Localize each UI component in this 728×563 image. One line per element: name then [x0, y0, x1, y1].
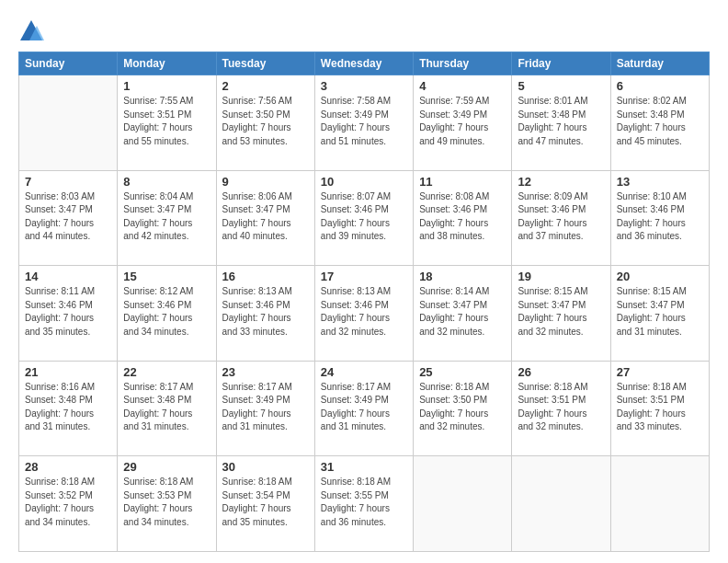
- calendar-header-tuesday: Tuesday: [216, 52, 314, 75]
- calendar-day-cell: 20Sunrise: 8:15 AM Sunset: 3:47 PM Dayli…: [610, 266, 709, 362]
- day-info: Sunrise: 8:13 AM Sunset: 3:46 PM Dayligh…: [321, 285, 407, 339]
- day-number: 31: [321, 460, 407, 474]
- day-info: Sunrise: 7:55 AM Sunset: 3:51 PM Dayligh…: [123, 95, 210, 148]
- calendar-day-cell: 6Sunrise: 8:02 AM Sunset: 3:48 PM Daylig…: [610, 75, 709, 171]
- day-number: 14: [25, 270, 111, 283]
- day-info: Sunrise: 8:17 AM Sunset: 3:48 PM Dayligh…: [123, 381, 210, 434]
- day-number: 19: [518, 270, 604, 283]
- day-number: 20: [617, 270, 703, 283]
- calendar-day-cell: 14Sunrise: 8:11 AM Sunset: 3:46 PM Dayli…: [19, 266, 118, 362]
- day-number: 5: [518, 79, 604, 93]
- calendar-day-cell: 31Sunrise: 8:18 AM Sunset: 3:55 PM Dayli…: [314, 456, 413, 552]
- day-info: Sunrise: 7:58 AM Sunset: 3:49 PM Dayligh…: [321, 95, 407, 148]
- day-number: 23: [222, 365, 309, 379]
- day-number: 2: [222, 79, 309, 93]
- day-info: Sunrise: 8:18 AM Sunset: 3:51 PM Dayligh…: [518, 381, 604, 434]
- day-info: Sunrise: 8:06 AM Sunset: 3:47 PM Dayligh…: [222, 190, 309, 244]
- day-number: 6: [617, 79, 703, 93]
- day-info: Sunrise: 8:13 AM Sunset: 3:46 PM Dayligh…: [222, 285, 309, 339]
- day-info: Sunrise: 8:01 AM Sunset: 3:48 PM Dayligh…: [518, 95, 604, 148]
- day-info: Sunrise: 8:09 AM Sunset: 3:46 PM Dayligh…: [518, 190, 604, 244]
- calendar-week-row: 21Sunrise: 8:16 AM Sunset: 3:48 PM Dayli…: [19, 361, 710, 456]
- day-number: 15: [123, 270, 210, 283]
- calendar-day-cell: 15Sunrise: 8:12 AM Sunset: 3:46 PM Dayli…: [118, 266, 216, 362]
- page: SundayMondayTuesdayWednesdayThursdayFrid…: [0, 0, 728, 563]
- calendar-day-cell: [414, 456, 512, 552]
- day-info: Sunrise: 8:14 AM Sunset: 3:47 PM Dayligh…: [419, 285, 506, 339]
- calendar-day-cell: 29Sunrise: 8:18 AM Sunset: 3:53 PM Dayli…: [118, 456, 216, 552]
- calendar-week-row: 1Sunrise: 7:55 AM Sunset: 3:51 PM Daylig…: [19, 75, 710, 171]
- logo-icon: [18, 18, 44, 44]
- day-number: 26: [518, 365, 604, 379]
- day-number: 29: [123, 460, 210, 474]
- day-number: 12: [518, 175, 604, 189]
- day-number: 16: [222, 270, 309, 283]
- day-info: Sunrise: 8:18 AM Sunset: 3:50 PM Dayligh…: [419, 381, 506, 434]
- day-number: 4: [419, 79, 506, 93]
- calendar-day-cell: 1Sunrise: 7:55 AM Sunset: 3:51 PM Daylig…: [118, 75, 216, 171]
- calendar-day-cell: 5Sunrise: 8:01 AM Sunset: 3:48 PM Daylig…: [512, 75, 610, 171]
- calendar-day-cell: 23Sunrise: 8:17 AM Sunset: 3:49 PM Dayli…: [216, 361, 314, 456]
- calendar-day-cell: 28Sunrise: 8:18 AM Sunset: 3:52 PM Dayli…: [19, 456, 118, 552]
- day-info: Sunrise: 8:18 AM Sunset: 3:53 PM Dayligh…: [123, 476, 210, 529]
- calendar-week-row: 28Sunrise: 8:18 AM Sunset: 3:52 PM Dayli…: [19, 456, 710, 552]
- day-info: Sunrise: 8:15 AM Sunset: 3:47 PM Dayligh…: [617, 285, 703, 339]
- day-info: Sunrise: 8:15 AM Sunset: 3:47 PM Dayligh…: [518, 285, 604, 339]
- day-info: Sunrise: 8:07 AM Sunset: 3:46 PM Dayligh…: [321, 190, 407, 244]
- calendar-header-thursday: Thursday: [414, 52, 512, 75]
- day-number: 10: [321, 175, 407, 189]
- calendar-day-cell: 4Sunrise: 7:59 AM Sunset: 3:49 PM Daylig…: [414, 75, 512, 171]
- day-info: Sunrise: 8:11 AM Sunset: 3:46 PM Dayligh…: [25, 285, 111, 339]
- day-info: Sunrise: 8:04 AM Sunset: 3:47 PM Dayligh…: [123, 190, 210, 244]
- day-info: Sunrise: 8:18 AM Sunset: 3:52 PM Dayligh…: [25, 476, 111, 529]
- calendar-week-row: 14Sunrise: 8:11 AM Sunset: 3:46 PM Dayli…: [19, 266, 710, 362]
- calendar-day-cell: 13Sunrise: 8:10 AM Sunset: 3:46 PM Dayli…: [610, 170, 709, 266]
- day-number: 8: [123, 175, 210, 189]
- day-number: 25: [419, 365, 506, 379]
- day-number: 13: [617, 175, 703, 189]
- calendar-header-wednesday: Wednesday: [314, 52, 413, 75]
- day-number: 22: [123, 365, 210, 379]
- calendar-day-cell: [19, 75, 118, 171]
- calendar-day-cell: 30Sunrise: 8:18 AM Sunset: 3:54 PM Dayli…: [216, 456, 314, 552]
- calendar-header-row: SundayMondayTuesdayWednesdayThursdayFrid…: [19, 52, 710, 75]
- day-info: Sunrise: 8:08 AM Sunset: 3:46 PM Dayligh…: [419, 190, 506, 244]
- calendar-day-cell: 26Sunrise: 8:18 AM Sunset: 3:51 PM Dayli…: [512, 361, 610, 456]
- calendar-day-cell: 27Sunrise: 8:18 AM Sunset: 3:51 PM Dayli…: [610, 361, 709, 456]
- day-info: Sunrise: 8:18 AM Sunset: 3:55 PM Dayligh…: [321, 476, 407, 529]
- calendar-day-cell: 7Sunrise: 8:03 AM Sunset: 3:47 PM Daylig…: [19, 170, 118, 266]
- calendar-day-cell: 24Sunrise: 8:17 AM Sunset: 3:49 PM Dayli…: [314, 361, 413, 456]
- logo: [18, 18, 48, 44]
- day-info: Sunrise: 8:10 AM Sunset: 3:46 PM Dayligh…: [617, 190, 703, 244]
- header: [18, 15, 710, 44]
- calendar-day-cell: 11Sunrise: 8:08 AM Sunset: 3:46 PM Dayli…: [414, 170, 512, 266]
- calendar-day-cell: 9Sunrise: 8:06 AM Sunset: 3:47 PM Daylig…: [216, 170, 314, 266]
- calendar-week-row: 7Sunrise: 8:03 AM Sunset: 3:47 PM Daylig…: [19, 170, 710, 266]
- calendar-day-cell: [512, 456, 610, 552]
- calendar-day-cell: 18Sunrise: 8:14 AM Sunset: 3:47 PM Dayli…: [414, 266, 512, 362]
- day-info: Sunrise: 8:12 AM Sunset: 3:46 PM Dayligh…: [123, 285, 210, 339]
- calendar-day-cell: 12Sunrise: 8:09 AM Sunset: 3:46 PM Dayli…: [512, 170, 610, 266]
- calendar-day-cell: 21Sunrise: 8:16 AM Sunset: 3:48 PM Dayli…: [19, 361, 118, 456]
- calendar-day-cell: 2Sunrise: 7:56 AM Sunset: 3:50 PM Daylig…: [216, 75, 314, 171]
- calendar-day-cell: 3Sunrise: 7:58 AM Sunset: 3:49 PM Daylig…: [314, 75, 413, 171]
- calendar-day-cell: 22Sunrise: 8:17 AM Sunset: 3:48 PM Dayli…: [118, 361, 216, 456]
- calendar-header-saturday: Saturday: [610, 52, 709, 75]
- calendar-table: SundayMondayTuesdayWednesdayThursdayFrid…: [18, 52, 710, 552]
- day-number: 11: [419, 175, 506, 189]
- day-number: 9: [222, 175, 309, 189]
- calendar-day-cell: 10Sunrise: 8:07 AM Sunset: 3:46 PM Dayli…: [314, 170, 413, 266]
- day-info: Sunrise: 7:59 AM Sunset: 3:49 PM Dayligh…: [419, 95, 506, 148]
- calendar-day-cell: 17Sunrise: 8:13 AM Sunset: 3:46 PM Dayli…: [314, 266, 413, 362]
- calendar-day-cell: 19Sunrise: 8:15 AM Sunset: 3:47 PM Dayli…: [512, 266, 610, 362]
- calendar-day-cell: 8Sunrise: 8:04 AM Sunset: 3:47 PM Daylig…: [118, 170, 216, 266]
- calendar-day-cell: 25Sunrise: 8:18 AM Sunset: 3:50 PM Dayli…: [414, 361, 512, 456]
- day-number: 18: [419, 270, 506, 283]
- calendar-header-friday: Friday: [512, 52, 610, 75]
- day-number: 27: [617, 365, 703, 379]
- calendar-header-monday: Monday: [118, 52, 216, 75]
- calendar-day-cell: [610, 456, 709, 552]
- day-info: Sunrise: 8:18 AM Sunset: 3:54 PM Dayligh…: [222, 476, 309, 529]
- day-info: Sunrise: 8:03 AM Sunset: 3:47 PM Dayligh…: [25, 190, 111, 244]
- day-number: 24: [321, 365, 407, 379]
